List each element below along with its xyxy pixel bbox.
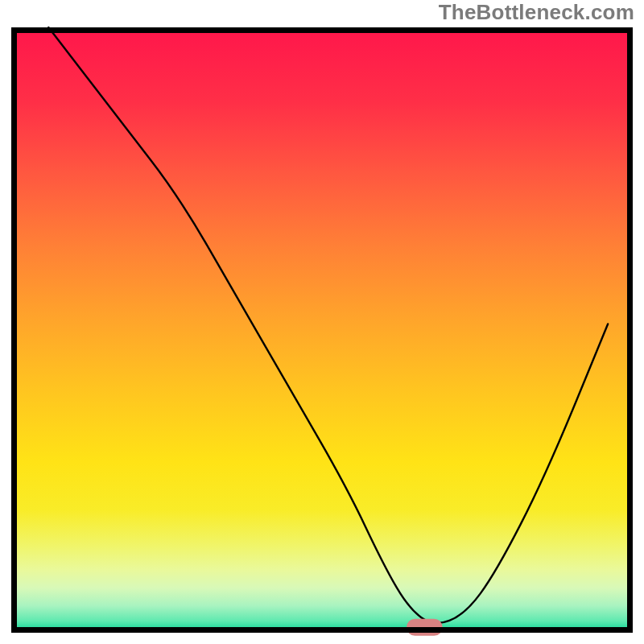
chart-container: TheBottleneck.com [0,0,644,644]
watermark-text: TheBottleneck.com [439,0,634,25]
chart-svg [8,24,636,636]
gradient-background [14,31,630,630]
plot-area [8,24,636,636]
